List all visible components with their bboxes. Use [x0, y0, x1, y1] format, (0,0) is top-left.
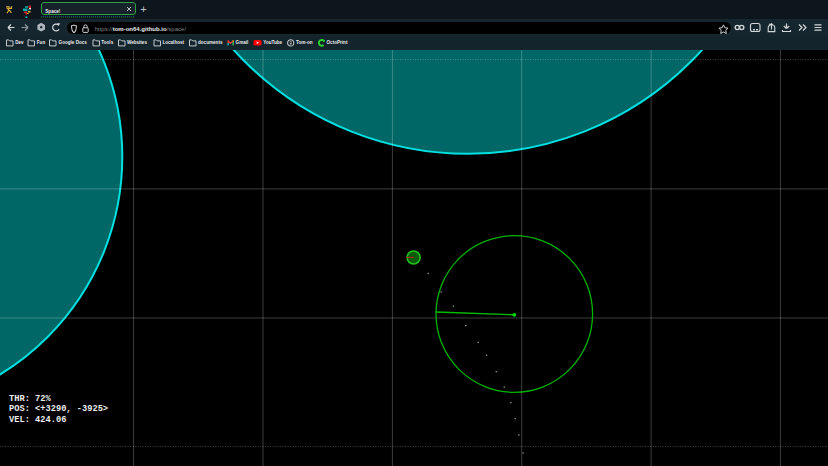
- svg-text:Websites: Websites: [127, 40, 148, 45]
- svg-text:Gmail: Gmail: [236, 40, 249, 45]
- svg-text:VEL: 424.06: VEL: 424.06: [9, 415, 66, 425]
- svg-text:https://tom-on64.github.io/spa: https://tom-on64.github.io/space/: [95, 25, 187, 31]
- svg-text:documents: documents: [198, 40, 223, 45]
- svg-text:Tools: Tools: [101, 40, 113, 45]
- svg-text:YouTube: YouTube: [263, 40, 282, 45]
- svg-text:THR: 72%: THR: 72%: [9, 394, 51, 404]
- svg-text:Localhost: Localhost: [162, 40, 184, 45]
- svg-text:Tom-on: Tom-on: [296, 40, 313, 45]
- svg-text:Space!: Space!: [45, 8, 61, 13]
- svg-text:POS: <+3290, -3925>: POS: <+3290, -3925>: [9, 404, 108, 414]
- svg-text:OctoPrint: OctoPrint: [327, 40, 348, 45]
- svg-text:Fun: Fun: [37, 40, 46, 45]
- svg-text:Dev: Dev: [15, 40, 24, 45]
- svg-text:Google Docs: Google Docs: [59, 40, 88, 45]
